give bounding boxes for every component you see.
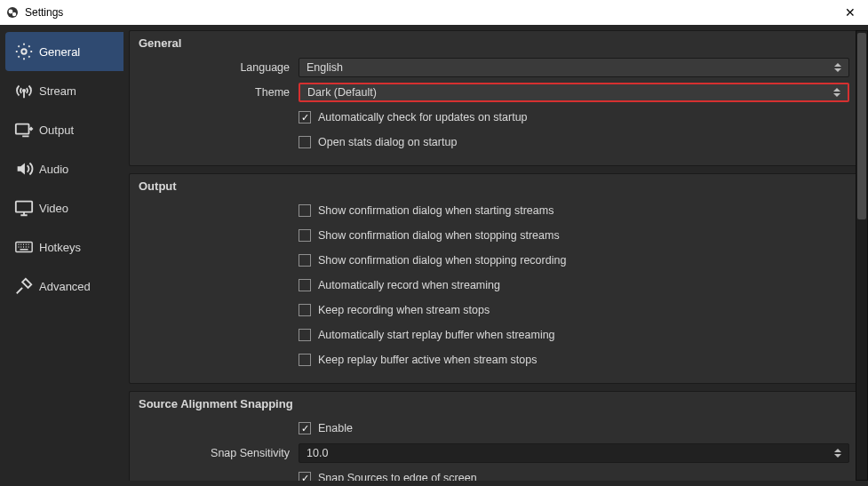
sidebar-item-label: Stream <box>39 84 76 98</box>
theme-combobox[interactable]: Dark (Default) <box>299 83 849 102</box>
window-title: Settings <box>25 6 838 19</box>
snap-enable-label: Enable <box>318 422 353 434</box>
snap-enable-checkbox[interactable] <box>299 422 311 434</box>
open-stats-label: Open stats dialog on startup <box>318 136 457 148</box>
svg-rect-6 <box>16 202 32 212</box>
keep-recording-checkbox[interactable] <box>299 304 311 316</box>
sidebar-item-label: General <box>39 45 80 59</box>
close-button[interactable]: ✕ <box>838 5 863 20</box>
sidebar-item-video[interactable]: Video <box>5 188 123 227</box>
auto-replay-label: Automatically start replay buffer when s… <box>318 329 555 341</box>
section-title: Output <box>139 179 849 193</box>
antenna-icon <box>14 81 39 100</box>
sidebar-item-label: Output <box>39 123 74 137</box>
tools-icon <box>14 276 39 296</box>
confirm-stop-recording-checkbox[interactable] <box>299 254 311 267</box>
language-combobox[interactable]: English <box>299 58 849 77</box>
sidebar-item-general[interactable]: General <box>5 32 123 71</box>
snap-sensitivity-label: Snap Sensitivity <box>139 447 299 459</box>
keyboard-icon <box>14 237 39 257</box>
sidebar-item-stream[interactable]: Stream <box>5 71 123 110</box>
auto-update-checkbox[interactable] <box>299 111 311 123</box>
output-icon <box>14 120 39 139</box>
sidebar-item-label: Hotkeys <box>39 241 81 254</box>
auto-replay-checkbox[interactable] <box>299 329 311 341</box>
sidebar-item-hotkeys[interactable]: Hotkeys <box>5 227 123 267</box>
keep-replay-label: Keep replay buffer active when stream st… <box>318 354 537 366</box>
scrollbar-thumb[interactable] <box>857 33 866 219</box>
confirm-start-checkbox[interactable] <box>299 204 311 217</box>
auto-record-label: Automatically record when streaming <box>318 279 500 291</box>
snap-sensitivity-input[interactable]: 10.0 <box>299 443 849 463</box>
svg-point-2 <box>12 12 16 16</box>
confirm-start-label: Show confirmation dialog when starting s… <box>318 204 553 217</box>
keep-replay-checkbox[interactable] <box>299 354 311 366</box>
titlebar: Settings ✕ <box>0 0 868 25</box>
section-title: General <box>139 36 849 50</box>
combobox-value: Dark (Default) <box>307 86 377 99</box>
section-general: General Language English Theme Dark <box>129 30 859 166</box>
snap-edge-label: Snap Sources to edge of screen <box>318 472 477 481</box>
svg-point-1 <box>9 10 13 14</box>
confirm-stop-recording-label: Show confirmation dialog when stopping r… <box>318 254 566 267</box>
keep-recording-label: Keep recording when stream stops <box>318 304 490 316</box>
app-icon <box>5 5 20 20</box>
sidebar-item-output[interactable]: Output <box>5 110 123 149</box>
sidebar-item-label: Advanced <box>39 280 91 293</box>
auto-record-checkbox[interactable] <box>299 279 311 291</box>
svg-rect-5 <box>16 124 29 134</box>
section-title: Source Alignment Snapping <box>139 397 849 410</box>
svg-point-3 <box>21 49 27 54</box>
sidebar-item-audio[interactable]: Audio <box>5 149 123 188</box>
combobox-value: English <box>307 61 343 74</box>
sidebar-item-advanced[interactable]: Advanced <box>5 267 123 306</box>
auto-update-label: Automatically check for updates on start… <box>318 111 528 123</box>
snap-edge-checkbox[interactable] <box>299 472 311 481</box>
section-snapping: Source Alignment Snapping Enable Snap Se… <box>129 391 859 481</box>
sidebar-item-label: Video <box>39 202 68 215</box>
sidebar: General Stream Output Audio Video Hotkey… <box>0 25 123 486</box>
sidebar-item-label: Audio <box>39 163 68 176</box>
settings-panel: General Language English Theme Dark <box>123 25 868 486</box>
svg-point-4 <box>23 90 25 92</box>
vertical-scrollbar[interactable] <box>856 30 868 481</box>
open-stats-checkbox[interactable] <box>299 136 311 148</box>
language-label: Language <box>139 61 299 74</box>
theme-label: Theme <box>139 86 299 99</box>
section-output: Output Show confirmation dialog when sta… <box>129 173 859 384</box>
confirm-stop-streams-label: Show confirmation dialog when stopping s… <box>318 229 560 242</box>
speaker-icon <box>14 159 39 179</box>
confirm-stop-streams-checkbox[interactable] <box>299 229 311 242</box>
gear-icon <box>14 42 39 61</box>
input-value: 10.0 <box>307 447 328 459</box>
monitor-icon <box>14 198 39 218</box>
